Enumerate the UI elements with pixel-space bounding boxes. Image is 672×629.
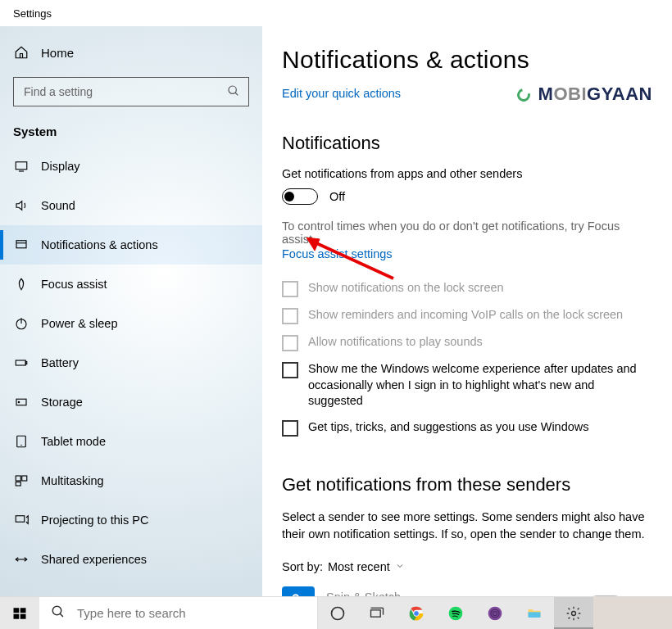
watermark-logo: MOBIGYAAN <box>517 84 652 105</box>
storage-icon <box>13 395 30 410</box>
sidebar-item-label: Notifications & actions <box>41 238 158 251</box>
svg-point-0 <box>229 86 236 93</box>
sort-row: Sort by: Most recent <box>282 560 647 573</box>
focus-assist-intro: To control times when you do or don't ge… <box>282 219 647 246</box>
sidebar-item-power[interactable]: Power & sleep <box>0 304 262 343</box>
senders-heading: Get notifications from these senders <box>282 474 647 496</box>
notifications-toggle[interactable] <box>282 188 318 205</box>
check-label: Show notifications on the lock screen <box>308 280 504 296</box>
svg-point-31 <box>332 607 344 619</box>
sidebar-item-label: Shared experiences <box>41 553 147 566</box>
tor-button[interactable] <box>475 597 515 629</box>
sort-value: Most recent <box>328 560 390 573</box>
home-label: Home <box>41 46 74 60</box>
check-reminders-voip <box>282 308 298 324</box>
taskbar <box>0 596 672 629</box>
settings-search-input[interactable] <box>22 84 227 99</box>
sidebar-item-multitasking[interactable]: Multitasking <box>0 461 262 500</box>
check-label: Show me the Windows welcome experience a… <box>308 361 647 410</box>
sidebar-item-focus-assist[interactable]: Focus assist <box>0 265 262 304</box>
display-icon <box>13 159 30 174</box>
file-explorer-button[interactable] <box>515 597 554 629</box>
multitasking-icon <box>13 473 30 488</box>
focus-assist-icon <box>13 277 30 292</box>
sidebar-category: System <box>0 113 262 147</box>
cortana-button[interactable] <box>318 597 357 629</box>
focus-assist-link[interactable]: Focus assist settings <box>282 247 647 260</box>
senders-description: Select a sender to see more settings. So… <box>282 509 647 545</box>
search-icon <box>227 84 240 100</box>
check-play-sounds <box>282 335 298 351</box>
page-title: Notifications & actions <box>282 46 647 74</box>
sidebar-item-display[interactable]: Display <box>0 147 262 186</box>
sidebar-item-shared[interactable]: Shared experiences <box>0 540 262 579</box>
svg-rect-4 <box>16 241 26 248</box>
sidebar-item-projecting[interactable]: Projecting to this PC <box>0 500 262 540</box>
svg-rect-9 <box>25 362 27 364</box>
sidebar-item-label: Projecting to this PC <box>41 514 148 527</box>
start-button[interactable] <box>0 597 39 629</box>
check-tips-tricks[interactable] <box>282 420 298 437</box>
svg-rect-43 <box>529 612 541 618</box>
tablet-icon <box>13 434 30 449</box>
chrome-button[interactable] <box>397 597 436 629</box>
svg-rect-25 <box>14 608 20 613</box>
chevron-down-icon <box>395 560 405 573</box>
svg-point-11 <box>18 401 20 403</box>
notifications-icon <box>13 238 30 252</box>
sidebar-item-label: Focus assist <box>41 278 107 291</box>
svg-rect-15 <box>22 476 27 481</box>
check-welcome-experience[interactable] <box>282 362 298 378</box>
task-view-button[interactable] <box>357 597 397 629</box>
sidebar: Home System Display <box>0 26 262 629</box>
check-label: Allow notifications to play sounds <box>308 334 483 351</box>
svg-point-44 <box>572 611 576 615</box>
sidebar-item-notifications[interactable]: Notifications & actions <box>0 225 262 265</box>
settings-taskbar-button[interactable] <box>554 597 593 629</box>
notifications-heading: Notifications <box>282 133 647 154</box>
sidebar-item-label: Display <box>41 160 80 173</box>
home-button[interactable]: Home <box>0 33 262 72</box>
sound-icon <box>13 198 30 213</box>
svg-line-1 <box>235 93 238 95</box>
window-titlebar: Settings <box>0 0 672 26</box>
power-icon <box>13 316 30 331</box>
sort-dropdown[interactable]: Most recent <box>328 560 405 573</box>
main-content: MOBIGYAAN Notifications & actions Edit y… <box>262 26 672 629</box>
battery-icon <box>13 355 30 370</box>
svg-rect-26 <box>20 608 26 613</box>
home-icon <box>13 45 30 60</box>
shared-icon <box>13 552 30 567</box>
spotify-button[interactable] <box>436 597 475 629</box>
svg-rect-16 <box>16 482 20 486</box>
svg-rect-27 <box>14 613 20 618</box>
check-lock-screen <box>282 281 298 297</box>
sidebar-item-sound[interactable]: Sound <box>0 186 262 225</box>
sidebar-nav: Display Sound Notifications & actions Fo… <box>0 147 262 579</box>
sidebar-item-tablet[interactable]: Tablet mode <box>0 422 262 461</box>
svg-rect-17 <box>16 516 25 523</box>
sidebar-item-label: Power & sleep <box>41 317 118 330</box>
projecting-icon <box>13 513 30 527</box>
sidebar-item-label: Multitasking <box>41 474 104 487</box>
taskbar-search-input[interactable] <box>75 605 317 621</box>
taskbar-search[interactable] <box>39 597 318 629</box>
sidebar-item-battery[interactable]: Battery <box>0 343 262 382</box>
sort-label: Sort by: <box>282 560 323 573</box>
svg-rect-8 <box>16 360 25 365</box>
check-label: Show reminders and incoming VoIP calls o… <box>308 307 623 324</box>
app-title: Settings <box>13 7 52 20</box>
sidebar-item-label: Sound <box>41 199 75 212</box>
svg-point-40 <box>488 606 502 620</box>
sidebar-item-storage[interactable]: Storage <box>0 382 262 422</box>
svg-point-29 <box>52 606 61 615</box>
sidebar-item-label: Battery <box>41 356 79 369</box>
check-label: Get tips, tricks, and suggestions as you… <box>308 419 589 436</box>
svg-line-30 <box>60 613 63 617</box>
taskbar-tray-area <box>593 597 672 629</box>
svg-rect-28 <box>20 613 26 618</box>
svg-rect-32 <box>371 609 381 616</box>
settings-search[interactable] <box>13 77 249 106</box>
sidebar-item-label: Storage <box>41 396 83 409</box>
svg-rect-14 <box>16 476 20 481</box>
